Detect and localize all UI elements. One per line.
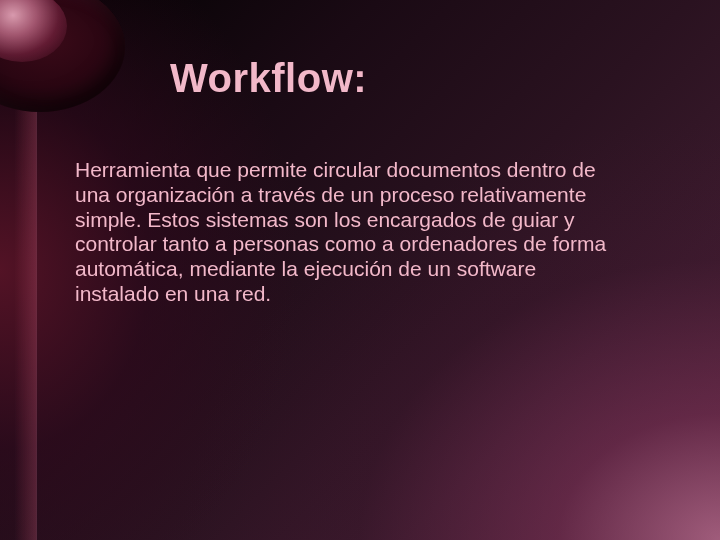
slide-title: Workflow: (170, 56, 367, 101)
slide-body-text: Herramienta que permite circular documen… (75, 158, 615, 307)
slide: Workflow: Herramienta que permite circul… (0, 0, 720, 540)
corner-orb-icon (0, 0, 125, 112)
corner-orb-highlight-icon (0, 0, 67, 62)
